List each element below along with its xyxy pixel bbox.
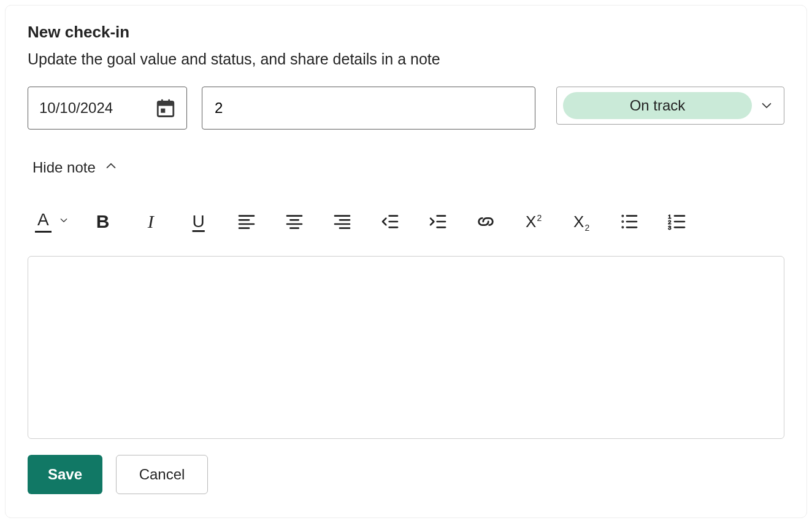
- value-input-wrapper: [202, 87, 535, 130]
- align-center-icon: [285, 212, 304, 231]
- outdent-icon: [380, 212, 400, 231]
- underline-icon: U: [193, 212, 205, 231]
- indent-icon: [428, 212, 448, 231]
- link-button[interactable]: [472, 208, 499, 235]
- align-left-icon: [237, 212, 256, 231]
- status-label: On track: [630, 97, 686, 114]
- italic-button[interactable]: I: [137, 208, 164, 235]
- svg-text:3: 3: [668, 225, 671, 231]
- toggle-note-label: Hide note: [33, 159, 96, 176]
- calendar-icon[interactable]: [153, 96, 178, 120]
- align-right-button[interactable]: [329, 208, 356, 235]
- underline-button[interactable]: U: [185, 208, 212, 235]
- dialog-subtitle: Update the goal value and status, and sh…: [28, 50, 784, 68]
- svg-rect-3: [168, 99, 170, 103]
- bullet-list-icon: [619, 212, 639, 231]
- input-row: 10/10/2024 On track: [28, 87, 784, 130]
- cancel-button[interactable]: Cancel: [116, 455, 208, 494]
- superscript-button[interactable]: X2: [520, 208, 547, 235]
- value-input[interactable]: [202, 87, 535, 129]
- note-editor[interactable]: [28, 256, 784, 439]
- status-pill: On track: [563, 92, 752, 119]
- superscript-icon: X2: [526, 212, 541, 231]
- editor-toolbar: A B I U X2 X2: [28, 208, 784, 235]
- svg-point-23: [622, 215, 622, 216]
- chevron-down-icon: [59, 215, 69, 228]
- font-color-button[interactable]: A: [35, 211, 69, 233]
- check-in-card: New check-in Update the goal value and s…: [5, 5, 807, 518]
- subscript-button[interactable]: X2: [568, 208, 595, 235]
- action-row: Save Cancel: [28, 455, 784, 494]
- svg-rect-1: [158, 101, 174, 106]
- numbered-list-icon: 123: [667, 212, 687, 231]
- toggle-note-button[interactable]: Hide note: [28, 155, 123, 180]
- svg-rect-4: [161, 109, 165, 113]
- indent-button[interactable]: [424, 208, 451, 235]
- outdent-button[interactable]: [377, 208, 404, 235]
- date-input[interactable]: 10/10/2024: [28, 87, 187, 130]
- link-icon: [475, 211, 496, 232]
- subscript-icon: X2: [573, 212, 589, 231]
- align-center-button[interactable]: [281, 208, 308, 235]
- chevron-up-icon: [104, 159, 118, 176]
- chevron-down-icon: [758, 97, 775, 114]
- align-left-button[interactable]: [233, 208, 260, 235]
- italic-icon: I: [148, 211, 154, 232]
- bold-button[interactable]: B: [90, 208, 117, 235]
- svg-rect-2: [161, 99, 163, 103]
- numbered-list-button[interactable]: 123: [664, 208, 691, 235]
- status-select[interactable]: On track: [556, 87, 784, 125]
- date-value: 10/10/2024: [39, 99, 113, 117]
- dialog-title: New check-in: [28, 23, 784, 42]
- bullet-list-button[interactable]: [616, 208, 643, 235]
- align-right-icon: [332, 212, 352, 231]
- save-button[interactable]: Save: [28, 455, 102, 494]
- font-color-icon: A: [35, 211, 52, 233]
- bold-icon: B: [96, 211, 110, 232]
- svg-point-25: [622, 221, 622, 222]
- svg-point-27: [622, 227, 622, 228]
